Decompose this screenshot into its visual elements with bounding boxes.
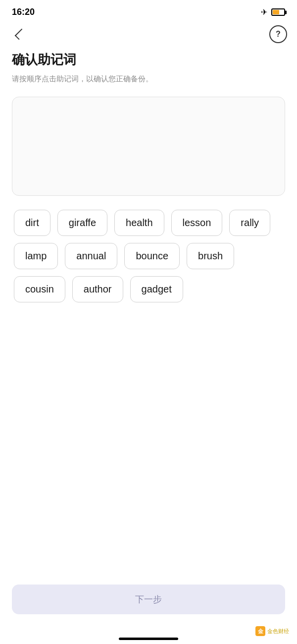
- watermark: 金 金色财经: [255, 626, 289, 636]
- back-button[interactable]: [10, 25, 28, 43]
- word-grid: dirtgiraffehealthlessonrallylampannualbo…: [12, 210, 285, 302]
- word-chip-rally[interactable]: rally: [229, 210, 270, 236]
- battery-icon: [271, 8, 285, 16]
- watermark-icon: 金: [255, 626, 265, 636]
- status-icons: ✈: [261, 7, 285, 17]
- word-chip-health[interactable]: health: [114, 210, 164, 236]
- word-chip-author[interactable]: author: [72, 276, 123, 302]
- next-button[interactable]: 下一步: [12, 585, 285, 614]
- page-content: 确认助记词 请按顺序点击助记词，以确认您正确备份。 dirtgiraffehea…: [0, 51, 297, 302]
- mnemonic-input-area: [12, 97, 285, 196]
- next-button-container: 下一步: [12, 585, 285, 614]
- word-chip-annual[interactable]: annual: [65, 243, 117, 269]
- airplane-icon: ✈: [261, 7, 267, 17]
- watermark-text: 金色财经: [267, 628, 289, 635]
- word-chip-brush[interactable]: brush: [187, 243, 234, 269]
- home-indicator: [119, 638, 178, 640]
- word-chip-bounce[interactable]: bounce: [124, 243, 180, 269]
- word-chip-giraffe[interactable]: giraffe: [57, 210, 107, 236]
- status-bar: 16:20 ✈: [0, 0, 297, 21]
- status-time: 16:20: [12, 7, 35, 17]
- page-subtitle: 请按顺序点击助记词，以确认您正确备份。: [12, 73, 285, 85]
- word-chip-dirt[interactable]: dirt: [14, 210, 50, 236]
- word-chip-cousin[interactable]: cousin: [14, 276, 65, 302]
- nav-bar: ?: [0, 21, 297, 51]
- help-button[interactable]: ?: [269, 25, 287, 43]
- back-chevron-icon: [15, 29, 26, 40]
- word-chip-lesson[interactable]: lesson: [171, 210, 223, 236]
- word-chip-lamp[interactable]: lamp: [14, 243, 58, 269]
- page-title: 确认助记词: [12, 51, 285, 68]
- word-chip-gadget[interactable]: gadget: [130, 276, 183, 302]
